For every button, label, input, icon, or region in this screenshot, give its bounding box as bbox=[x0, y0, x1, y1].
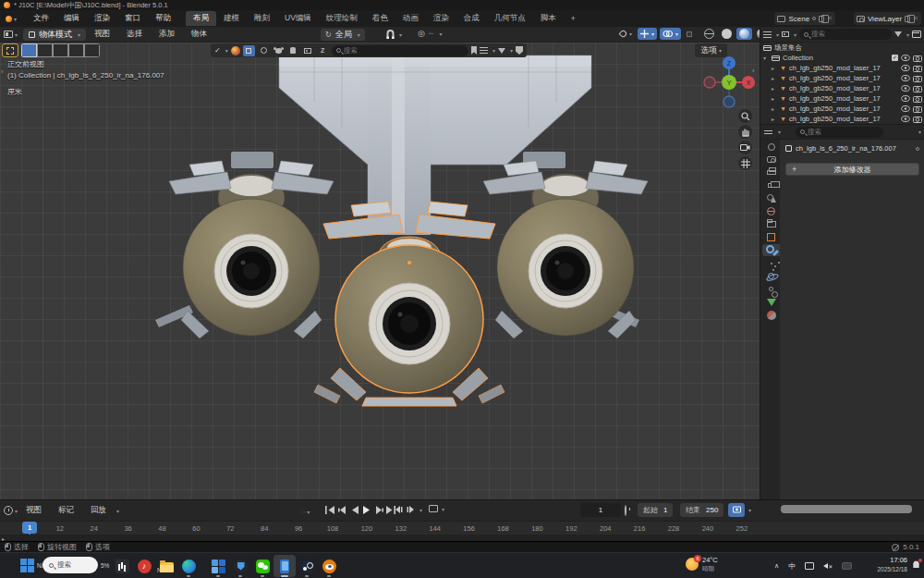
timeline-menu-marker[interactable]: 标记 bbox=[50, 503, 82, 518]
security-icon[interactable] bbox=[229, 555, 251, 577]
menu-object[interactable]: 物体 bbox=[183, 27, 215, 42]
camera-icon[interactable] bbox=[913, 65, 922, 72]
select-mode-intersect[interactable] bbox=[84, 43, 100, 57]
menu-edit[interactable]: 编辑 bbox=[56, 11, 87, 26]
select-mode-invert[interactable] bbox=[68, 43, 84, 57]
workspace-tab-着色[interactable]: 着色 bbox=[365, 11, 395, 26]
checkbox-icon[interactable]: ✓ bbox=[892, 55, 898, 61]
expand-icon[interactable]: ▸ bbox=[772, 85, 777, 92]
menu-add[interactable]: 添加 bbox=[151, 27, 183, 42]
modifier-properties-tab[interactable] bbox=[762, 244, 780, 256]
particles-properties-tab[interactable] bbox=[762, 257, 780, 269]
scene-properties-tab[interactable] bbox=[762, 192, 780, 204]
overlays-toggle[interactable]: ▾ bbox=[660, 28, 681, 40]
select-mode-set[interactable] bbox=[21, 43, 37, 57]
active-tool-select-box[interactable] bbox=[2, 43, 18, 57]
workspace-tab-渲染[interactable]: 渲染 bbox=[426, 11, 456, 26]
select-mode-extend[interactable] bbox=[37, 43, 53, 57]
outliner-item[interactable]: ▸▼ch_lgb_gb250_mod_laser_17 bbox=[760, 83, 924, 93]
toolbar-expand-icon[interactable]: › bbox=[1, 68, 4, 76]
workspace-tab-雕刻[interactable]: 雕刻 bbox=[247, 11, 277, 26]
shield-icon[interactable] bbox=[516, 46, 523, 55]
eye-icon[interactable] bbox=[901, 105, 910, 112]
expand-icon[interactable]: ▸ bbox=[772, 65, 777, 71]
object-data-properties-tab[interactable] bbox=[762, 296, 780, 308]
eye-icon[interactable] bbox=[901, 65, 910, 71]
frame-start-field[interactable]: 起始 1 bbox=[638, 503, 673, 517]
orthographic-toggle-button[interactable] bbox=[738, 156, 752, 170]
proportional-edit-controls[interactable]: ◎ ∼ ▾ bbox=[418, 29, 442, 38]
workspace-tab-纹理绘制[interactable]: 纹理绘制 bbox=[319, 11, 365, 26]
outliner-search-input[interactable]: 搜索 bbox=[799, 29, 892, 40]
step-forward-button[interactable] bbox=[406, 503, 416, 516]
menu-view[interactable]: 视图 bbox=[86, 27, 118, 42]
timeline-editor-icon[interactable] bbox=[4, 506, 13, 515]
menu-file[interactable]: 文件 bbox=[26, 11, 56, 26]
weather-widget[interactable]: 6 24°C 晴朗 bbox=[686, 556, 718, 572]
eye-icon[interactable] bbox=[901, 55, 910, 61]
blender-icon[interactable] bbox=[318, 555, 340, 577]
phone-link-icon[interactable] bbox=[274, 555, 296, 577]
play-reverse-button[interactable] bbox=[349, 503, 359, 516]
outliner-item[interactable]: ▸▼ch_lgb_gb250_mod_laser_17 bbox=[760, 63, 924, 73]
camera-icon[interactable] bbox=[913, 75, 922, 82]
proportional-edit-icon[interactable]: ◎ bbox=[418, 29, 425, 38]
workspace-tab-建模[interactable]: 建模 bbox=[216, 11, 247, 26]
file-explorer-icon[interactable] bbox=[155, 555, 177, 577]
keying-sync-button[interactable] bbox=[728, 503, 745, 517]
timeline-ruler[interactable]: 1224364860728496108120132144156168180192… bbox=[0, 521, 924, 535]
viewport-3d[interactable]: ✓ ▾ Z 搜索 ▾ ▾ 选项 ▾ › ‹ bbox=[0, 43, 760, 499]
current-frame-field[interactable]: 1 bbox=[580, 503, 621, 517]
mode-dropdown[interactable]: 物体模式 ▾ bbox=[23, 29, 86, 41]
expand-icon[interactable]: ▸ bbox=[772, 75, 777, 81]
workspace-tab-UV编辑[interactable]: UV编辑 bbox=[277, 11, 319, 26]
shading-solid-button[interactable] bbox=[719, 28, 735, 40]
scene-collection-row[interactable]: 场景集合 bbox=[760, 43, 924, 53]
workspace-tab-脚本[interactable]: 脚本 bbox=[533, 11, 564, 26]
menu-window[interactable]: 窗口 bbox=[117, 11, 148, 26]
eye-icon[interactable] bbox=[901, 75, 910, 81]
navigation-gizmo[interactable]: Z X Y bbox=[700, 54, 758, 111]
chevron-down-icon[interactable]: ▾ bbox=[748, 507, 751, 513]
collapse-icon[interactable]: ▾ bbox=[763, 55, 769, 61]
expand-icon[interactable]: ▸ bbox=[772, 105, 777, 112]
object-properties-tab[interactable] bbox=[762, 231, 780, 243]
visibility-dropdown[interactable]: ▾ bbox=[617, 28, 635, 40]
model-j10c-bombs[interactable] bbox=[0, 43, 760, 499]
timeline-menu-playback[interactable]: 回放 bbox=[82, 503, 115, 518]
start-button[interactable] bbox=[20, 559, 34, 572]
filter-curve-button[interactable] bbox=[258, 45, 270, 56]
menu-select[interactable]: 选择 bbox=[118, 27, 151, 42]
shading-wireframe-button[interactable] bbox=[701, 28, 717, 40]
playback-sync-icon[interactable]: ▾ bbox=[429, 505, 444, 512]
tray-app-icon[interactable] bbox=[842, 562, 852, 570]
outliner-item[interactable]: ▸▼ch_lgb_gb250_mod_laser_17 bbox=[760, 114, 924, 124]
workspace-tab-布局[interactable]: 布局 bbox=[186, 11, 216, 26]
filter-light-button[interactable]: Z bbox=[317, 45, 329, 56]
magnet-icon[interactable] bbox=[385, 29, 395, 40]
jump-to-start-button[interactable] bbox=[325, 503, 335, 516]
bookmark-icon[interactable] bbox=[471, 46, 477, 55]
display-mode-icon[interactable] bbox=[763, 31, 772, 38]
transform-orientation-dropdown[interactable]: ↻ 全局 ▾ bbox=[321, 29, 365, 41]
scene-selector[interactable]: Scene ✕ bbox=[774, 12, 835, 25]
snap-controls[interactable]: ▾ bbox=[385, 29, 402, 40]
material-properties-tab[interactable] bbox=[762, 309, 780, 321]
constraints-properties-tab[interactable] bbox=[762, 283, 780, 295]
auto-key-toggle[interactable]: ◌▾ bbox=[300, 507, 310, 516]
frame-end-field[interactable]: 结束 250 bbox=[680, 503, 723, 517]
wechat-icon[interactable] bbox=[251, 555, 274, 577]
taskbar-search[interactable]: 搜索 bbox=[43, 557, 98, 573]
editor-type-icon[interactable] bbox=[4, 31, 13, 38]
camera-icon[interactable] bbox=[913, 105, 922, 113]
timeline-menu-view[interactable]: 视图 bbox=[18, 503, 50, 518]
menu-help[interactable]: 帮助 bbox=[148, 11, 178, 26]
camera-icon[interactable] bbox=[913, 55, 922, 62]
workspace-tab-+[interactable]: + bbox=[564, 12, 583, 25]
steam-icon[interactable] bbox=[296, 555, 318, 577]
pan-button[interactable] bbox=[738, 125, 752, 139]
outliner-item[interactable]: ▸▼ch_lgb_gb250_mod_laser_17 bbox=[760, 73, 924, 83]
outliner-item[interactable]: ▸▼ch_lgb_gb250_mod_laser_17 bbox=[760, 93, 924, 104]
checkmark-icon[interactable]: ✓ bbox=[214, 46, 221, 55]
task-manager-icon[interactable] bbox=[111, 555, 133, 577]
